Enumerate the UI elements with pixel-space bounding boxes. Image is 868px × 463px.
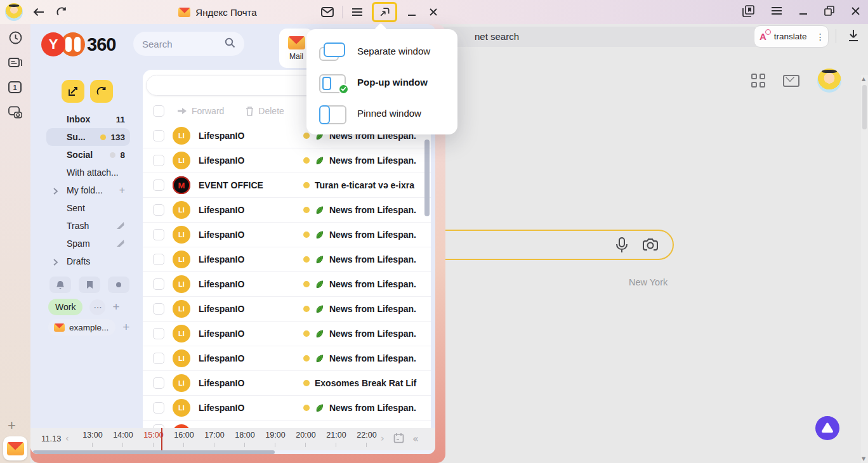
scroll-up-icon[interactable]: ▲ <box>862 76 865 82</box>
message-checkbox[interactable] <box>153 155 164 166</box>
message-checkbox[interactable] <box>153 303 164 315</box>
message-row[interactable]: LI LifespanIO News from Lifespan. <box>143 223 431 247</box>
list-scrollbar-thumb[interactable] <box>424 140 430 216</box>
scroll-down-icon[interactable]: ▼ <box>862 456 865 462</box>
page-scrollbar[interactable]: ▲ ▼ <box>861 75 868 463</box>
chevron-right-icon[interactable] <box>53 258 58 268</box>
browser-close-icon[interactable] <box>851 6 860 18</box>
timeline-hour[interactable]: 13:00 <box>77 428 108 450</box>
timeline-hour[interactable]: 19:00 <box>260 428 291 450</box>
add-panel-icon[interactable]: + <box>8 417 16 434</box>
browser-restore-icon[interactable] <box>824 6 834 18</box>
mail-search-input[interactable] <box>142 39 218 49</box>
folder-item[interactable]: Sent + <box>46 199 130 217</box>
message-row[interactable]: LI LifespanIO News from Lifespan. <box>143 198 431 223</box>
profile-avatar[interactable] <box>5 3 23 21</box>
folder-item[interactable]: My fold... + <box>46 181 130 199</box>
message-row[interactable]: LI LifespanIO News from Lifespan. <box>143 297 431 322</box>
collapse-timeline-icon[interactable]: « <box>412 433 419 445</box>
horizontal-scrollbar-thumb[interactable] <box>33 450 275 454</box>
message-row[interactable]: LI LifespanIO News from Lifespan. <box>143 322 431 346</box>
window-mode-button[interactable] <box>372 2 397 22</box>
timeline-hour[interactable]: 21:00 <box>321 428 352 450</box>
image-search-icon[interactable] <box>642 237 659 256</box>
message-checkbox[interactable] <box>153 254 164 265</box>
timeline-next-icon[interactable]: › <box>381 433 385 443</box>
message-checkbox[interactable] <box>153 229 164 240</box>
delete-button[interactable]: Delete <box>246 106 284 116</box>
timeline-hour[interactable]: 18:00 <box>230 428 260 450</box>
message-checkbox[interactable] <box>153 353 164 364</box>
message-checkbox[interactable] <box>153 377 164 389</box>
voice-search-icon[interactable] <box>615 237 628 256</box>
mail-search-box[interactable] <box>133 32 244 56</box>
folder-item[interactable]: Su... 133 + <box>46 128 130 146</box>
tab-counter-icon[interactable]: 1 <box>8 81 22 93</box>
clear-folder-icon[interactable] <box>116 238 125 249</box>
folder-item[interactable]: Drafts + <box>46 252 130 270</box>
add-tag-icon[interactable]: + <box>112 300 119 314</box>
message-row[interactable]: LI LifespanIO News from Lifespan. <box>143 247 431 272</box>
folder-item[interactable]: Inbox 11 + <box>46 110 130 128</box>
popup-menu-item[interactable]: Pinned window <box>306 98 457 129</box>
clear-folder-icon[interactable] <box>116 221 125 232</box>
translate-button[interactable]: A translate ⋮ <box>754 25 829 48</box>
message-checkbox[interactable] <box>153 402 164 414</box>
select-all-checkbox[interactable] <box>153 105 164 117</box>
timeline-hour[interactable]: 20:00 <box>291 428 321 450</box>
close-icon[interactable] <box>426 5 440 19</box>
message-row[interactable]: LI LifespanIO News from Lifespan. <box>143 148 431 173</box>
message-row[interactable]: LI LifespanIO Exosomes Break Rat Lif <box>143 371 431 396</box>
download-icon[interactable] <box>848 29 859 44</box>
message-row[interactable] <box>143 421 431 428</box>
alisa-assistant-button[interactable] <box>815 416 839 440</box>
minimize-icon[interactable] <box>405 5 419 19</box>
timeline-hour[interactable]: 15:00 <box>138 428 169 450</box>
message-row[interactable]: M EVENT OFFICE Turan e-ticarət və e-ixra <box>143 173 431 198</box>
popup-menu-item[interactable]: Pop-up window <box>306 67 457 98</box>
folder-item[interactable]: Social 8 + <box>46 146 130 164</box>
message-checkbox[interactable] <box>153 204 164 216</box>
timeline-hour[interactable]: 16:00 <box>169 428 199 450</box>
refresh-button[interactable] <box>90 80 113 103</box>
tag-more-button[interactable]: ⋯ <box>89 299 105 315</box>
folder-item[interactable]: Trash + <box>46 217 130 235</box>
mail-envelope-icon[interactable] <box>320 5 334 19</box>
browser-minimize-icon[interactable] <box>799 6 808 18</box>
compose-button[interactable] <box>62 80 84 103</box>
bookmarks-pill[interactable] <box>79 277 100 293</box>
timeline-hour[interactable]: 14:00 <box>108 428 138 450</box>
mail-app-rail-button[interactable] <box>3 436 27 460</box>
message-row[interactable]: LI LifespanIO News from Lifespan. <box>143 396 431 421</box>
timeline-prev-icon[interactable]: ‹ <box>65 433 69 443</box>
feed-icon[interactable] <box>8 56 22 70</box>
history-icon[interactable] <box>8 30 22 44</box>
user-avatar[interactable] <box>817 68 841 93</box>
translate-menu-icon[interactable]: ⋮ <box>815 32 826 42</box>
account-pill[interactable]: example... <box>48 319 115 336</box>
screenshot-icon[interactable] <box>8 105 22 119</box>
message-checkbox[interactable] <box>153 130 164 141</box>
mail-outline-icon[interactable] <box>783 75 799 87</box>
location-label[interactable]: New York <box>629 277 667 287</box>
add-account-icon[interactable]: + <box>122 320 129 334</box>
menu-icon[interactable] <box>350 5 364 19</box>
apps-grid-icon[interactable] <box>751 74 765 88</box>
chevron-right-icon[interactable] <box>53 186 58 197</box>
message-checkbox[interactable] <box>153 278 164 290</box>
folder-item[interactable]: With attach... + <box>46 164 130 181</box>
message-row[interactable]: LI LifespanIO News from Lifespan. <box>143 346 431 371</box>
reminders-pill[interactable] <box>49 277 71 293</box>
y360-logo[interactable]: Y 360 <box>41 32 115 57</box>
timeline-hour[interactable]: 17:00 <box>199 428 230 450</box>
message-checkbox[interactable] <box>153 179 164 191</box>
message-checkbox[interactable] <box>153 328 164 339</box>
browser-menu-icon[interactable] <box>771 6 782 18</box>
add-folder-icon[interactable]: + <box>119 185 125 196</box>
popup-menu-item[interactable]: Separate window <box>306 36 457 67</box>
forward-button[interactable]: Forward <box>177 106 224 116</box>
bookmarks-icon[interactable] <box>742 5 754 20</box>
dot-pill[interactable] <box>108 277 129 293</box>
folder-item[interactable]: Spam + <box>46 235 130 252</box>
message-row[interactable]: LI LifespanIO News from Lifespan. <box>143 272 431 297</box>
